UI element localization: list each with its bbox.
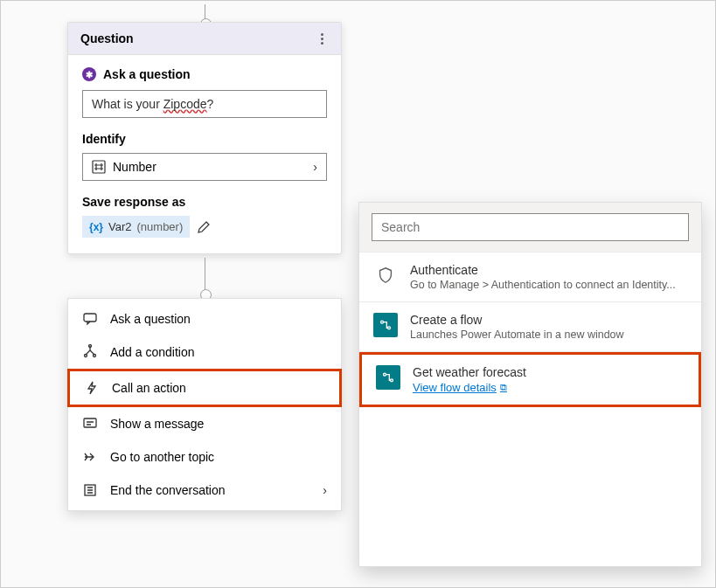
ask-a-question-label: Ask a question [103,67,191,81]
search-wrap [359,203,701,252]
action-flyout-panel: Authenticate Go to Manage > Authenticati… [358,202,702,567]
flow-icon [373,313,398,337]
view-flow-details-link[interactable]: View flow details ⧉ [413,381,526,394]
flyout-item-authenticate[interactable]: Authenticate Go to Manage > Authenticati… [359,252,701,302]
chevron-right-icon: › [323,483,327,497]
menu-item-label: Show a message [110,417,204,431]
flyout-item-subtitle: Launches Power Automate in a new window [410,329,624,341]
menu-end-the-conversation[interactable]: End the conversation › [68,474,341,507]
connector-line-top [205,4,205,22]
external-link-icon: ⧉ [500,382,507,393]
lightning-icon [84,380,100,396]
identify-label: Identify [82,132,327,146]
menu-item-label: Go to another topic [110,450,214,464]
connector-line-mid [205,258,205,293]
save-response-label: Save response as [82,195,327,209]
svg-point-8 [388,327,391,329]
branch-icon [82,344,98,360]
flyout-item-create-flow[interactable]: Create a flow Launches Power Automate in… [359,302,701,352]
question-text-post: ? [207,97,214,111]
question-card-title: Question [80,31,134,45]
chat-icon [82,311,98,327]
menu-item-label: Call an action [112,381,186,395]
svg-rect-5 [84,419,96,427]
question-icon: ✱ [82,67,96,81]
flyout-item-title: Get weather forecast [413,365,526,379]
number-type-icon [92,160,106,174]
question-text-wavy: Zipcode [163,97,207,111]
flyout-item-get-weather-forecast[interactable]: Get weather forecast View flow details ⧉ [359,352,701,407]
menu-item-label: Ask a question [110,312,191,326]
flyout-item-subtitle: Go to Manage > Authentication to connect… [410,279,676,291]
chevron-right-icon: › [313,160,317,174]
svg-point-7 [381,321,384,323]
question-card: Question ✱ Ask a question What is your Z… [67,22,342,254]
svg-rect-1 [84,314,96,322]
message-icon [82,416,98,432]
edit-icon[interactable] [197,220,211,234]
link-text: View flow details [413,381,497,394]
ask-a-question-row: ✱ Ask a question [82,67,327,81]
menu-item-label: Add a condition [110,345,195,359]
menu-show-a-message[interactable]: Show a message [68,407,341,440]
variable-type: (number) [137,220,184,233]
menu-call-an-action[interactable]: Call an action [67,369,342,407]
variable-name: Var2 [108,220,132,233]
svg-rect-0 [93,161,105,173]
menu-go-to-another-topic[interactable]: Go to another topic [68,440,341,474]
question-text-pre: What is your [92,97,163,111]
redirect-icon [82,449,98,465]
end-icon [82,482,98,498]
svg-point-2 [85,355,87,357]
question-text-input[interactable]: What is your Zipcode? [82,90,327,118]
flow-icon [376,365,400,390]
shield-icon [373,263,398,287]
search-input[interactable] [372,213,689,241]
menu-item-label: End the conversation [110,483,226,497]
menu-ask-a-question[interactable]: Ask a question [68,302,341,336]
action-menu: Ask a question Add a condition Call an a… [67,298,342,511]
flyout-item-title: Authenticate [410,263,676,277]
identify-value: Number [113,160,156,174]
more-icon[interactable] [315,31,329,45]
svg-point-10 [391,379,393,382]
flyout-item-title: Create a flow [410,313,624,327]
svg-point-3 [94,355,96,357]
menu-add-a-condition[interactable]: Add a condition [68,336,341,369]
identify-selector[interactable]: Number › [82,153,327,181]
question-card-header: Question [68,23,341,55]
svg-point-9 [384,373,386,376]
variable-icon: {x} [89,221,103,233]
variable-chip[interactable]: {x} Var2 (number) [82,216,190,238]
